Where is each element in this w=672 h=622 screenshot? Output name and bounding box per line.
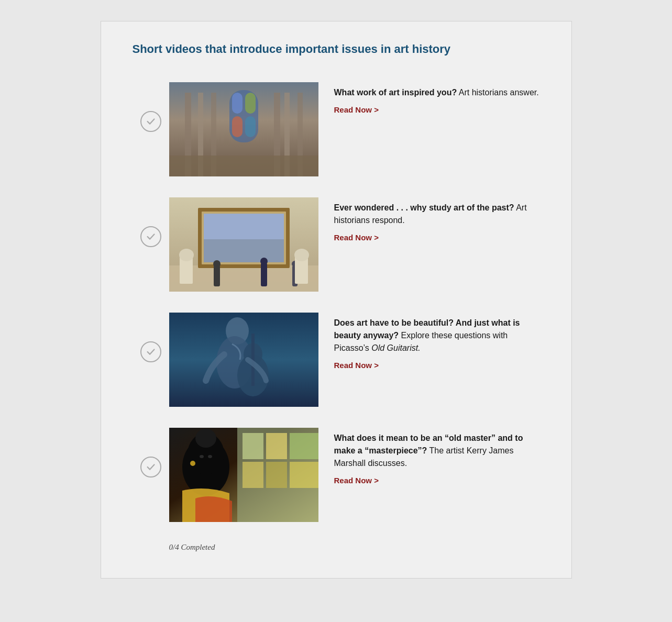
item-title-2: Ever wondered . . . why study art of the… [334,202,540,227]
svg-rect-37 [243,433,263,459]
list-item: Ever wondered . . . why study art of the… [133,187,540,302]
svg-rect-11 [245,116,256,137]
checkmark-icon-4 [145,461,157,473]
item-title-3: Does art have to be beautiful? And just … [334,317,540,354]
read-now-link-3[interactable]: Read Now > [334,361,379,370]
svg-point-20 [213,260,221,268]
svg-rect-10 [232,116,243,137]
svg-rect-18 [204,239,284,262]
checkbox-area-1 [133,82,169,132]
checkmark-icon-3 [145,346,157,358]
checkbox-area-2 [133,197,169,247]
content-2: Ever wondered . . . why study art of the… [334,197,540,242]
item-title-italic-3: Old Guitarist. [371,343,420,352]
svg-rect-39 [290,433,318,459]
svg-rect-8 [232,93,243,114]
read-now-link-4[interactable]: Read Now > [334,476,379,485]
item-title-4: What does it mean to be an “old master” … [334,432,540,470]
content-3: Does art have to be beautiful? And just … [334,313,540,370]
completion-checkbox-2[interactable] [140,226,161,247]
list-item: Does art have to be beautiful? And just … [133,302,540,417]
svg-point-47 [208,455,212,458]
image-guitarist [169,313,318,407]
svg-rect-21 [261,263,267,286]
image-3 [169,313,318,407]
checkmark-icon-2 [145,231,157,242]
svg-rect-38 [266,433,287,459]
main-container: Short videos that introduce important is… [101,21,572,579]
svg-rect-41 [266,462,287,488]
list-item: What work of art inspired you? Art histo… [133,72,540,187]
image-cathedral [169,82,318,176]
image-4 [169,428,318,522]
svg-rect-9 [245,93,256,114]
svg-point-22 [260,258,268,265]
page-title: Short videos that introduce important is… [133,42,540,56]
completion-checkbox-1[interactable] [140,111,161,132]
svg-point-46 [200,455,204,458]
item-title-bold-1: What work of art inspired you? [334,88,457,97]
svg-rect-40 [243,462,263,488]
completion-checkbox-3[interactable] [140,341,161,362]
image-1 [169,82,318,176]
checkbox-area-4 [133,428,169,477]
item-title-rest-1: Art historians answer. [457,88,539,97]
read-now-link-2[interactable]: Read Now > [334,233,379,242]
svg-point-28 [294,249,309,261]
svg-point-26 [179,249,194,261]
item-title-1: What work of art inspired you? Art histo… [334,86,540,99]
svg-rect-12 [169,156,318,176]
image-washington [169,197,318,292]
image-2 [169,197,318,292]
checkmark-icon-1 [145,116,157,127]
content-1: What work of art inspired you? Art histo… [334,82,540,115]
list-item: What does it mean to be an “old master” … [133,417,540,532]
completion-checkbox-4[interactable] [140,457,161,477]
svg-point-48 [190,461,195,466]
content-4: What does it mean to be an “old master” … [334,428,540,485]
image-marshall [169,428,318,522]
items-list: What work of art inspired you? Art histo… [133,72,540,532]
svg-point-45 [195,429,216,448]
read-now-link-1[interactable]: Read Now > [334,105,379,114]
checkbox-area-3 [133,313,169,362]
completed-label: 0/4 Completed [133,543,540,552]
svg-rect-42 [290,462,318,488]
item-title-bold-2: Ever wondered . . . why study art of the… [334,203,514,212]
svg-rect-19 [214,265,220,286]
